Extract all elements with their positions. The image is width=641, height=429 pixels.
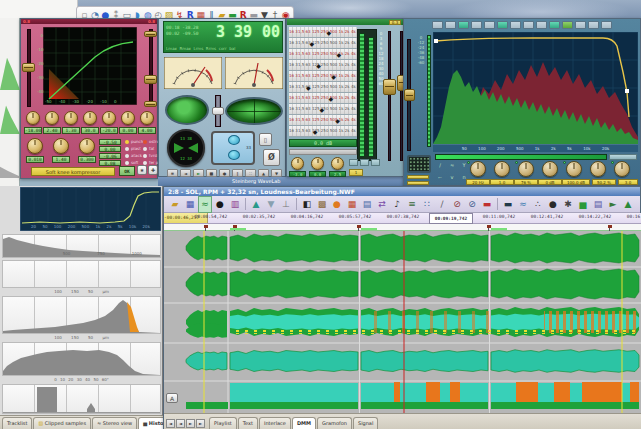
image-icon[interactable]: ▩ [315,197,329,212]
lookahead-knob[interactable] [27,138,43,154]
orange-ball-icon[interactable]: ● [330,197,344,212]
option-fat[interactable]: fat [143,146,154,151]
mb-knob-high[interactable] [331,157,344,170]
transport-down-button[interactable]: ▼ [271,169,282,177]
export-up-icon[interactable]: ▲ [249,197,263,212]
band-row[interactable]: 16 31,5 63 125 250 500 1k 2k 4k 8k 16k◆ [289,27,357,38]
mb-button-c[interactable] [371,159,380,166]
transport-play-button[interactable]: ► [193,169,204,177]
spectrum-mini-value-1[interactable] [407,175,429,179]
import-down-icon[interactable]: ▼ [264,197,278,212]
band-marker-icon[interactable]: ◆ [309,40,314,47]
band-marker-icon[interactable]: ◆ [337,51,342,58]
pages-icon[interactable]: ▤ [360,197,374,212]
prev-page-icon[interactable]: ◄ [176,419,185,428]
sp-knob-6[interactable] [590,161,606,177]
spectrum-gain-fader-handle[interactable] [404,89,415,101]
band-row[interactable]: 16 31,5 63 125 250 500 1k 2k 4k 8k 16k◆ [289,82,357,93]
output-fader-cap-top[interactable] [144,31,157,37]
mb-knob-low[interactable] [291,157,304,170]
spectrum-toolbar-button[interactable] [601,21,612,29]
track-label-box[interactable]: A [166,393,178,403]
play-icon[interactable]: ► [606,197,620,212]
tab-interlace[interactable]: Interlace [259,417,291,429]
bypass-icon[interactable]: ⊘ [465,197,479,212]
tab-histogram[interactable]: ▅ Histogram [138,417,163,429]
last-page-icon[interactable]: ► [196,419,205,428]
spectrum-toolbar-button[interactable] [510,21,521,29]
save-icon[interactable]: ▦ [183,197,197,212]
ratio-knob[interactable] [45,111,59,125]
band-row[interactable]: 16 31,5 63 125 250 500 1k 2k 4k 8k 16k◆ [289,38,357,49]
spectrum-display[interactable] [433,32,638,144]
band-marker-icon[interactable]: ◆ [326,29,331,36]
first-page-icon[interactable]: ◄ [166,419,175,428]
mb-button-a[interactable] [349,159,358,166]
band-marker-icon[interactable]: ◆ [306,84,311,91]
note-icon[interactable]: ♪ [390,197,404,212]
transport-stop-button[interactable]: ■ [206,169,217,177]
hold-knob[interactable] [53,138,69,154]
sp-knob-3[interactable] [518,161,534,177]
tab-signal[interactable]: Signal [353,417,378,429]
spectrum-mini-value-2[interactable] [407,181,429,185]
next-page-icon[interactable]: ► [186,419,195,428]
shape-lowcut-icon[interactable]: ∕ [434,161,446,173]
spectrum-toolbar-button[interactable] [458,21,469,29]
track-marker-icon[interactable] [608,225,612,228]
sp-knob-7[interactable] [614,161,630,177]
spectrum-toolbar-button[interactable] [471,21,482,29]
makeup-knob[interactable] [121,111,135,125]
ball-icon[interactable]: ● [546,197,560,212]
transport-up-button[interactable]: ▲ [258,169,269,177]
spectrum-toolbar-button[interactable] [523,21,534,29]
band-row[interactable]: 16 31,5 63 125 250 500 1k 2k 4k 8k 16k◆ [289,93,357,104]
release-knob[interactable] [102,111,116,125]
ok-button[interactable]: OK [119,166,135,176]
band-row[interactable]: 16 31,5 63 125 250 500 1k 2k 4k 8k 16k◆ [289,49,357,60]
tab-tracklist[interactable]: Tracklist [2,417,32,429]
gear-icon[interactable]: ✱ [561,197,575,212]
transport-prev-button[interactable]: ◄ [180,169,191,177]
band-marker-icon[interactable]: ◆ [320,106,325,113]
chart-icon[interactable]: ▅ [576,197,590,212]
open-folder-icon[interactable]: ▰ [168,197,182,212]
preset-name-bar[interactable]: Soft knee kompressor [31,167,115,176]
option-punch[interactable]: punch [125,139,143,144]
band-select-box[interactable]: 1 [349,169,363,176]
dots-icon[interactable]: ∷ [420,197,434,212]
spectrum-toolbar-button[interactable] [445,21,456,29]
mb-knob-mid[interactable] [311,157,324,170]
shape-peak-icon[interactable]: ≈ [446,161,458,173]
log-button[interactable]: ▯ [259,133,272,146]
mb-button-b[interactable] [360,159,369,166]
output-fader-handle[interactable] [144,75,157,84]
option-plast[interactable]: plast [125,146,141,151]
input-fader-handle[interactable] [22,63,35,72]
contrast-icon[interactable]: ◧ [300,197,314,212]
spectrum-toolbar-button[interactable] [484,21,495,29]
waveform-tracks[interactable] [164,231,641,413]
sp-knob-5[interactable] [566,161,582,177]
multiband-scrollbar[interactable] [289,149,357,155]
mix-knob[interactable] [140,111,154,125]
sp-knob-2[interactable] [494,161,510,177]
band-row[interactable]: 16 31,5 63 125 250 500 1k 2k 4k 8k 16k◆ [289,115,357,126]
record-icon[interactable]: ● [213,197,227,212]
preset-star-button[interactable]: ★ [137,165,147,175]
transport-loop-button[interactable]: ∷ [245,169,256,177]
swap-icon[interactable]: ⇄ [375,197,389,212]
threshold-knob[interactable] [26,111,40,125]
mute-icon[interactable]: ⊘ [450,197,464,212]
tree-icon[interactable]: ▲ [621,197,635,212]
spectrum-toolbar-button[interactable] [536,21,547,29]
option-atack[interactable]: atack [125,153,142,158]
dash-icon[interactable]: ▬ [480,197,494,212]
shape-shelf-icon[interactable]: ⌐ [434,173,446,185]
marker-icon[interactable]: ⊥ [279,197,293,212]
master-fader-track[interactable] [388,31,391,161]
smooth-icon[interactable]: ≈ [516,197,530,212]
track-marker-icon[interactable] [204,225,208,228]
shape-notch-icon[interactable]: v [446,173,458,185]
band-marker-icon[interactable]: ◆ [313,128,318,135]
